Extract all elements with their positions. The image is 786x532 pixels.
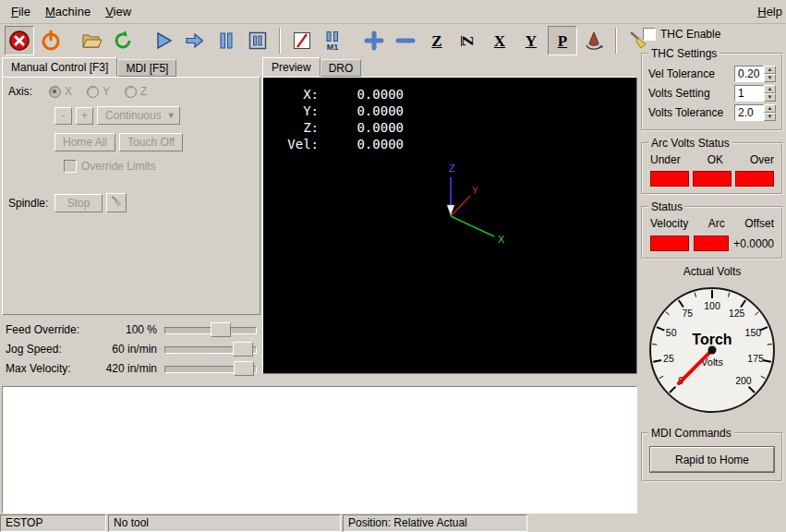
view-front-button[interactable]: Y bbox=[516, 26, 546, 55]
ok-indicator bbox=[693, 171, 732, 187]
estop-button[interactable] bbox=[5, 26, 34, 55]
thc-panel: THC Enable THC Settings Vel Tolerance 0.… bbox=[641, 28, 783, 488]
view-rotated-top-button[interactable]: Z bbox=[453, 26, 483, 55]
position-status: Position: Relative Actual bbox=[343, 514, 527, 532]
vel-tolerance-spinner[interactable]: 0.20 ▲▼ bbox=[734, 66, 776, 82]
manual-control-panel: Manual Control [F3] MDI [F5] Axis: X Y Z… bbox=[2, 58, 260, 378]
home-all-button[interactable]: Home All bbox=[54, 133, 115, 151]
touch-off-button[interactable]: Touch Off bbox=[119, 133, 183, 151]
rapid-to-home-button[interactable]: Rapid to Home bbox=[650, 447, 774, 472]
stop-button[interactable] bbox=[243, 26, 272, 55]
view-top-button[interactable]: Z bbox=[422, 26, 452, 55]
actual-volts-label: Actual Volts bbox=[641, 265, 783, 278]
arc-volts-status-group: Arc Volts Status Under OK Over bbox=[641, 137, 783, 195]
view-perspective-icon: P bbox=[558, 33, 567, 49]
max-velocity-slider[interactable] bbox=[164, 361, 257, 376]
jog-plus-button[interactable]: + bbox=[76, 107, 93, 125]
menu-view[interactable]: View bbox=[98, 2, 139, 21]
step-button[interactable] bbox=[180, 26, 210, 55]
axes-indicator: Z Y X bbox=[409, 151, 529, 258]
axis-y-radio[interactable]: Y bbox=[87, 85, 110, 98]
dro-vel-label: Vel: bbox=[276, 136, 319, 152]
preview-tabbar: Preview DRO bbox=[262, 58, 637, 77]
volts-tolerance-label: Volts Tolerance bbox=[648, 106, 723, 119]
message-history[interactable] bbox=[2, 386, 637, 514]
volts-setting-spinner[interactable]: 1 ▲▼ bbox=[734, 85, 776, 102]
tab-preview[interactable]: Preview bbox=[262, 57, 320, 77]
view-rotated-top-icon: Z bbox=[461, 35, 477, 45]
volts-tolerance-row: Volts Tolerance 2.0 ▲▼ bbox=[648, 104, 776, 121]
spin-up-icon[interactable]: ▲ bbox=[764, 85, 776, 93]
spin-down-icon[interactable]: ▼ bbox=[764, 74, 776, 82]
svg-text:Torch: Torch bbox=[692, 332, 732, 347]
slider-thumb[interactable] bbox=[234, 361, 254, 376]
feed-override-slider[interactable] bbox=[164, 322, 257, 337]
spindle-label: Spindle: bbox=[8, 197, 54, 210]
view-perspective-button[interactable]: P bbox=[548, 26, 577, 55]
run-icon bbox=[152, 30, 175, 52]
tab-dro[interactable]: DRO bbox=[320, 59, 362, 77]
spin-down-icon[interactable]: ▼ bbox=[764, 113, 776, 121]
z-axis-label: Z bbox=[449, 163, 455, 174]
menu-help[interactable]: Help bbox=[750, 2, 786, 21]
spin-down-icon[interactable]: ▼ bbox=[764, 93, 776, 102]
skip-lines-button[interactable] bbox=[287, 26, 317, 55]
manual-control-body: Axis: X Y Z - + Continuous ▼ Home All To… bbox=[2, 77, 260, 315]
m1-icon: M1 bbox=[322, 30, 345, 52]
volts-tolerance-spinner[interactable]: 2.0 ▲▼ bbox=[734, 104, 776, 121]
dro-z-value: 0.0000 bbox=[319, 119, 404, 136]
rotate-view-button[interactable] bbox=[579, 26, 609, 55]
slider-thumb[interactable] bbox=[211, 322, 231, 337]
dro-y-value: 0.0000 bbox=[319, 103, 404, 119]
under-label: Under bbox=[650, 153, 681, 166]
vel-tolerance-value[interactable]: 0.20 bbox=[734, 66, 764, 82]
radio-dot bbox=[49, 86, 61, 98]
axis-y-label: Y bbox=[103, 85, 110, 98]
spin-up-icon[interactable]: ▲ bbox=[764, 104, 776, 113]
axis-z-radio[interactable]: Z bbox=[125, 85, 147, 98]
svg-text:150: 150 bbox=[745, 327, 762, 338]
thc-enable-checkbox[interactable]: THC Enable bbox=[643, 28, 783, 41]
optional-pause-button[interactable]: M1 bbox=[319, 26, 348, 55]
axis-x-radio[interactable]: X bbox=[49, 85, 72, 98]
spindle-stop-button[interactable]: Stop bbox=[54, 194, 103, 212]
jog-mode-value: Continuous bbox=[105, 109, 162, 122]
slider-thumb[interactable] bbox=[233, 342, 253, 357]
volts-setting-value[interactable]: 1 bbox=[734, 85, 764, 102]
axis-x-label: X bbox=[65, 85, 72, 98]
torch-volts-gauge: 0255075100125150175200TorchVolts bbox=[641, 280, 783, 418]
run-button[interactable] bbox=[149, 26, 178, 55]
ok-label: OK bbox=[707, 153, 723, 166]
spindle-brush-button[interactable] bbox=[106, 193, 127, 212]
zoom-out-button[interactable] bbox=[391, 26, 420, 55]
preview-canvas[interactable]: X:0.0000 Y:0.0000 Z:0.0000 Vel:0.0000 Z … bbox=[262, 77, 637, 374]
volts-tolerance-value[interactable]: 2.0 bbox=[734, 104, 764, 121]
jog-speed-slider[interactable] bbox=[164, 342, 257, 357]
jog-minus-button[interactable]: - bbox=[54, 107, 72, 125]
override-limits-checkbox[interactable]: Override Limits bbox=[64, 160, 156, 173]
machine-power-button[interactable] bbox=[36, 26, 66, 55]
jog-speed-value: 60 in/min bbox=[92, 343, 164, 356]
menu-file[interactable]: File bbox=[4, 2, 38, 21]
jog-mode-dropdown[interactable]: Continuous ▼ bbox=[97, 106, 180, 125]
spin-up-icon[interactable]: ▲ bbox=[764, 66, 776, 74]
toolbar-separator bbox=[279, 28, 281, 54]
dro-z-label: Z: bbox=[276, 119, 319, 136]
view-side-button[interactable]: X bbox=[485, 26, 514, 55]
svg-text:25: 25 bbox=[663, 353, 674, 364]
reload-button[interactable] bbox=[108, 26, 138, 55]
tab-mdi[interactable]: MDI [F5] bbox=[117, 59, 176, 77]
arc-indicator bbox=[694, 236, 729, 251]
estop-status: ESTOP bbox=[0, 514, 106, 532]
pause-button[interactable] bbox=[212, 26, 241, 55]
zoom-out-icon bbox=[394, 30, 417, 52]
tab-manual-control[interactable]: Manual Control [F3] bbox=[2, 57, 117, 77]
zoom-in-button[interactable] bbox=[359, 26, 389, 55]
brush-icon bbox=[110, 195, 123, 208]
open-file-button[interactable] bbox=[77, 26, 106, 55]
menu-machine[interactable]: Machine bbox=[38, 2, 98, 21]
reload-icon bbox=[112, 30, 134, 52]
volts-setting-row: Volts Setting 1 ▲▼ bbox=[648, 85, 776, 102]
zoom-in-icon bbox=[363, 30, 385, 52]
dro-readout: X:0.0000 Y:0.0000 Z:0.0000 Vel:0.0000 bbox=[276, 86, 404, 152]
